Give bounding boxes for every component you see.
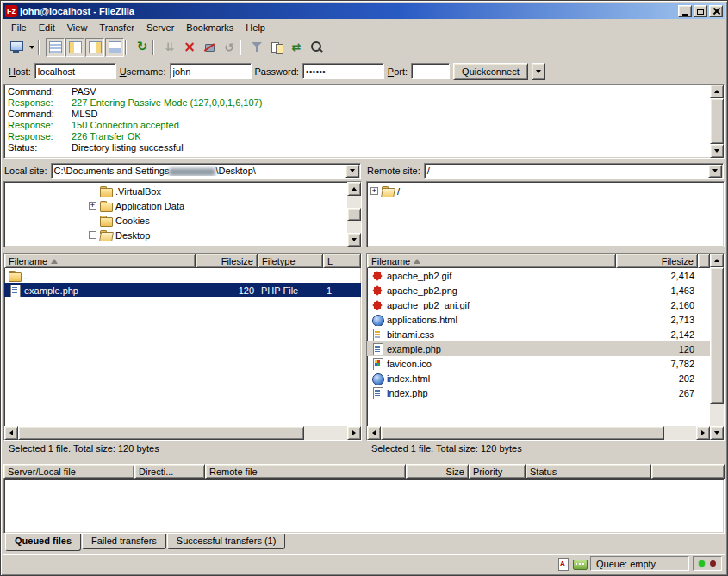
file-row[interactable]: apache_pb2.gif 2,414 [367,268,710,283]
tree-item[interactable]: .VirtualBox [4,184,347,198]
tree-expander[interactable]: - [89,231,96,239]
scroll-track[interactable] [710,267,724,426]
remote-list-vertical-scrollbar[interactable] [710,254,724,440]
username-input[interactable] [170,63,252,79]
maximize-button[interactable] [694,5,707,17]
tab-queued-files[interactable]: Queued files [5,534,81,551]
message-log-toggle-icon[interactable] [46,38,65,57]
port-input[interactable] [411,63,450,79]
reconnect-icon[interactable] [220,38,239,57]
scroll-track[interactable] [18,426,347,440]
file-row[interactable]: apache_pb2_ani.gif 2,160 [367,297,710,312]
menu-item-file[interactable]: File [5,21,33,34]
file-row[interactable]: example.php 120 PHP File 1 [4,283,361,297]
scroll-right-button[interactable] [696,426,710,440]
file-row[interactable]: index.html 202 [367,371,710,385]
local-tree-vertical-scrollbar[interactable] [347,182,361,247]
column-filesize[interactable]: Filesize [196,254,258,268]
scroll-thumb[interactable] [347,208,361,221]
local-site-dropdown-button[interactable] [345,165,359,178]
file-row[interactable]: apache_pb2.png 1,463 [367,283,710,297]
tree-expander[interactable]: + [370,187,378,195]
scroll-down-button[interactable] [347,233,361,247]
minimize-button[interactable] [678,5,692,17]
scroll-track[interactable] [710,98,724,144]
remote-site-combo[interactable]: / [424,163,724,179]
transfer-queue-toggle-icon[interactable] [105,38,124,57]
file-row[interactable]: example.php 120 [367,341,710,356]
scroll-track[interactable] [347,196,361,233]
scroll-thumb[interactable] [18,426,304,440]
file-row[interactable]: .. [4,268,361,283]
site-manager-dropdown-icon[interactable] [27,38,37,57]
log-vertical-scrollbar[interactable] [710,85,724,158]
quickconnect-button[interactable]: Quickconnect [453,63,528,80]
scroll-down-button[interactable] [710,144,724,158]
menu-item-bookmarks[interactable]: Bookmarks [180,21,240,34]
directory-comparison-icon[interactable] [267,38,286,57]
menu-item-help[interactable]: Help [240,21,271,34]
scroll-up-button[interactable] [347,182,361,196]
scroll-up-button[interactable] [710,254,724,267]
column-filetype[interactable]: Filetype [258,254,323,268]
column-remote-file[interactable]: Remote file [205,464,406,479]
menu-item-transfer[interactable]: Transfer [93,21,140,34]
directory-filter-icon[interactable] [247,38,266,57]
column-last-modified[interactable]: L [323,254,361,268]
scroll-track[interactable] [381,426,696,440]
column-filesize[interactable]: Filesize [616,254,698,268]
file-row[interactable]: index.php 267 [367,385,710,400]
filezilla-logo-icon[interactable]: Fz [5,5,17,17]
tree-item[interactable]: Cookies [4,213,347,228]
column-direction[interactable]: Directi... [134,464,205,479]
tab-failed-transfers[interactable]: Failed transfers [82,534,166,549]
tree-expander[interactable]: + [89,202,96,210]
remote-site-dropdown-button[interactable] [708,165,722,178]
file-row[interactable]: bitnami.css 2,142 [367,327,710,341]
local-list-horizontal-scrollbar[interactable] [4,426,361,440]
toolbar [3,35,725,59]
close-button[interactable] [709,5,723,17]
cancel-transfer-icon[interactable] [180,38,199,57]
synchronized-browsing-icon[interactable] [287,38,306,57]
column-filename[interactable]: Filename [4,254,196,268]
tree-item[interactable]: + / [367,184,724,198]
image-file-icon [370,299,384,311]
host-input[interactable] [34,63,116,79]
disconnect-icon[interactable] [200,38,219,57]
column-status[interactable]: Status [526,464,651,479]
password-input[interactable] [302,63,384,79]
scroll-left-button[interactable] [4,426,18,440]
column-size[interactable]: Size [406,464,469,479]
scroll-right-button[interactable] [347,426,361,440]
tree-item[interactable]: + Application Data [4,198,347,213]
scroll-up-button[interactable] [710,85,724,98]
scroll-down-button[interactable] [710,426,724,440]
local-tree-toggle-icon[interactable] [65,38,84,57]
scroll-left-button[interactable] [367,426,381,440]
scroll-thumb[interactable] [710,267,724,404]
local-site-combo[interactable]: C:\Documents and Settings\Desktop\ [51,163,361,179]
file-row[interactable]: applications.html 2,713 [367,312,710,327]
find-files-icon[interactable] [307,38,326,57]
menu-item-server[interactable]: Server [140,21,180,34]
column-filename[interactable]: Filename [367,254,616,268]
scroll-thumb[interactable] [381,426,664,440]
tab-successful-transfers[interactable]: Successful transfers (1) [167,534,286,549]
process-queue-icon[interactable] [160,38,179,57]
menu-item-view[interactable]: View [61,21,94,34]
tree-item[interactable]: - Desktop [4,228,347,242]
file-row[interactable]: favicon.ico 7,782 [367,356,710,371]
speed-limit-icon[interactable] [573,558,587,570]
quickconnect-dropdown-button[interactable] [532,63,545,80]
column-priority[interactable]: Priority [469,464,526,479]
remote-list-horizontal-scrollbar[interactable] [367,426,710,440]
refresh-icon[interactable] [133,38,152,57]
remote-tree-toggle-icon[interactable] [85,38,104,57]
transfer-queue-list[interactable] [3,479,725,534]
site-manager-icon[interactable] [7,38,26,57]
column-server-local-file[interactable]: Server/Local file [3,464,134,479]
horizontal-splitter[interactable] [3,458,725,463]
menu-item-edit[interactable]: Edit [33,21,61,34]
scroll-thumb[interactable] [710,98,724,144]
